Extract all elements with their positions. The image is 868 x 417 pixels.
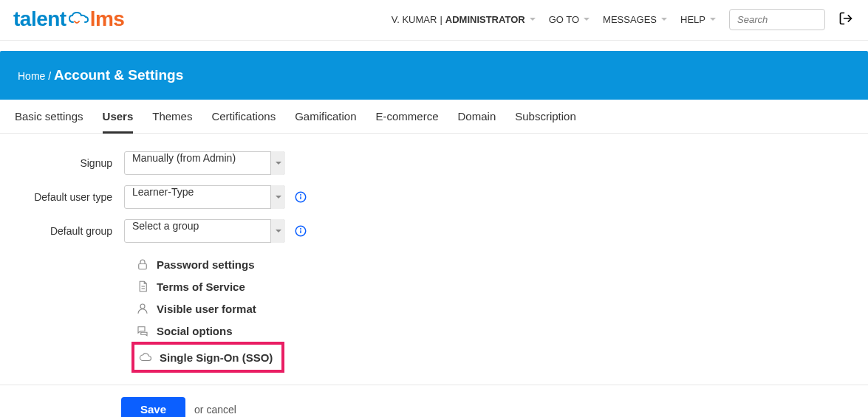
breadcrumb-home[interactable]: Home: [18, 70, 45, 82]
logo-text-lms: lms: [90, 7, 125, 31]
search-input[interactable]: [729, 9, 825, 30]
logo[interactable]: talent lms: [13, 7, 124, 31]
tab-themes[interactable]: Themes: [152, 110, 192, 133]
chevron-down-icon: [584, 18, 590, 21]
link-list: Password settings Terms of Service Visib…: [136, 253, 853, 373]
link-password-label: Password settings: [157, 258, 255, 271]
user-icon: [136, 302, 149, 315]
label-signup: Signup: [15, 157, 124, 169]
svg-point-3: [301, 195, 301, 196]
row-default-group: Default group Select a group: [15, 219, 853, 243]
chat-icon: [136, 324, 149, 337]
tab-gamification[interactable]: Gamification: [295, 110, 356, 133]
breadcrumb-sep: /: [45, 70, 54, 82]
tab-certifications[interactable]: Certifications: [211, 110, 276, 133]
link-terms-of-service[interactable]: Terms of Service: [136, 275, 853, 297]
tab-basic-settings[interactable]: Basic settings: [15, 110, 83, 133]
svg-point-6: [301, 229, 301, 230]
info-icon[interactable]: [294, 224, 307, 238]
save-button[interactable]: Save: [121, 397, 185, 417]
select-default-group[interactable]: Select a group: [124, 219, 285, 243]
label-default-user-type: Default user type: [15, 191, 124, 203]
link-social-label: Social options: [157, 325, 233, 337]
messages-menu[interactable]: MESSAGES: [603, 14, 667, 25]
link-sso-label: Single Sign-On (SSO): [160, 351, 273, 364]
link-tos-label: Terms of Service: [157, 280, 245, 293]
tab-ecommerce[interactable]: E-commerce: [376, 110, 439, 133]
select-signup[interactable]: Manually (from Admin): [124, 151, 285, 175]
user-name: V. KUMAR: [392, 14, 437, 25]
logo-text-talent: talent: [13, 7, 66, 31]
top-bar: talent lms V. KUMAR | ADMINISTRATOR GO T…: [0, 0, 868, 41]
logo-cloud-icon: [67, 11, 89, 26]
document-icon: [136, 280, 149, 293]
help-menu[interactable]: HELP: [680, 14, 716, 25]
row-signup: Signup Manually (from Admin): [15, 151, 853, 175]
row-default-user-type: Default user type Learner-Type: [15, 185, 853, 209]
select-default-user-type-value: Learner-Type: [124, 185, 285, 209]
form-actions: Save or cancel: [121, 397, 868, 417]
link-sso[interactable]: Single Sign-On (SSO): [131, 342, 284, 373]
tabs: Basic settings Users Themes Certificatio…: [0, 100, 868, 134]
page-header: Home / Account & Settings: [0, 51, 868, 100]
top-nav: V. KUMAR | ADMINISTRATOR GO TO MESSAGES …: [392, 9, 853, 30]
svg-point-10: [140, 304, 145, 309]
lock-icon: [136, 258, 149, 271]
tab-domain[interactable]: Domain: [458, 110, 496, 133]
link-password-settings[interactable]: Password settings: [136, 253, 853, 275]
link-visible-user-format-label: Visible user format: [157, 303, 256, 315]
select-default-user-type[interactable]: Learner-Type: [124, 185, 285, 209]
cancel-link[interactable]: cancel: [206, 404, 236, 416]
goto-menu[interactable]: GO TO: [549, 14, 590, 25]
link-social-options[interactable]: Social options: [136, 320, 853, 342]
tab-users[interactable]: Users: [103, 110, 134, 134]
page-wrap: Home / Account & Settings Basic settings…: [0, 51, 868, 417]
content: Basic settings Users Themes Certificatio…: [0, 100, 868, 417]
form-area: Signup Manually (from Admin) Default use…: [0, 134, 868, 373]
divider: [0, 385, 868, 385]
user-menu[interactable]: V. KUMAR | ADMINISTRATOR: [392, 14, 536, 25]
info-icon[interactable]: [294, 190, 307, 204]
tab-subscription[interactable]: Subscription: [515, 110, 576, 133]
label-default-group: Default group: [15, 225, 124, 237]
link-visible-user-format[interactable]: Visible user format: [136, 297, 853, 320]
svg-rect-7: [139, 263, 147, 269]
select-default-group-value: Select a group: [124, 219, 285, 243]
logout-icon[interactable]: [838, 11, 853, 28]
cancel-text: or cancel: [194, 404, 236, 416]
chevron-down-icon: [530, 18, 536, 21]
select-signup-value: Manually (from Admin): [124, 151, 285, 175]
cloud-icon: [139, 351, 152, 364]
chevron-down-icon: [710, 18, 716, 21]
chevron-down-icon: [661, 18, 667, 21]
user-role: ADMINISTRATOR: [445, 14, 525, 25]
page-title: Account & Settings: [54, 67, 183, 83]
